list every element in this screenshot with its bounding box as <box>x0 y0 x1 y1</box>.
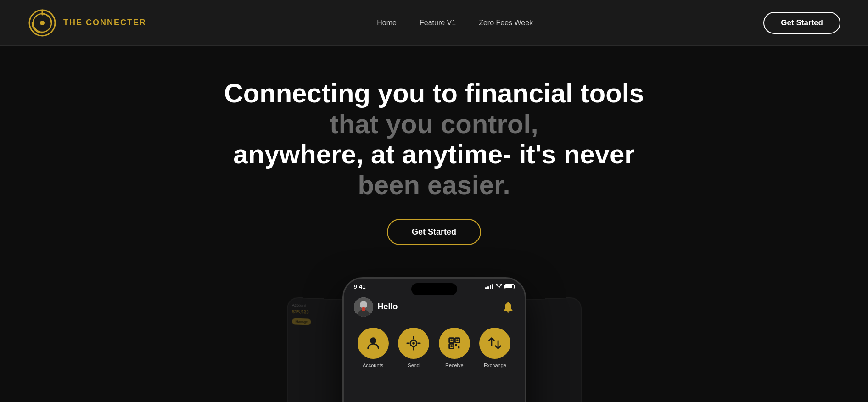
action-item-exchange: Exchange <box>479 328 510 368</box>
send-icon <box>406 335 421 351</box>
hero-headline: Connecting you to financial tools that y… <box>205 78 664 201</box>
svg-rect-18 <box>458 346 459 348</box>
headline-dim-2: been easier. <box>358 170 510 200</box>
hero-section: Connecting you to financial tools that y… <box>0 46 868 402</box>
accounts-label: Accounts <box>363 363 383 368</box>
action-item-send: Send <box>398 328 429 368</box>
svg-point-8 <box>370 338 375 343</box>
headline-bright-1: Connecting you to financial tools <box>224 78 644 108</box>
headline-bright-2: anywhere, at anytime- it's never <box>233 139 634 169</box>
receive-label: Receive <box>445 363 464 368</box>
svg-rect-7 <box>362 307 365 311</box>
wifi-icon <box>496 284 502 289</box>
receive-circle <box>439 328 470 359</box>
svg-rect-16 <box>450 345 452 347</box>
phones-container: Account $15,523 Manage 9:41 <box>0 273 868 402</box>
svg-point-2 <box>40 21 45 25</box>
signal-icon <box>485 284 493 289</box>
svg-rect-14 <box>450 339 452 341</box>
send-circle <box>398 328 429 359</box>
brand-name: THE CONNECTER <box>63 18 146 28</box>
greeting-text: Hello <box>378 302 398 312</box>
phone-content: Hello <box>344 293 525 375</box>
battery-icon <box>504 284 515 289</box>
svg-rect-15 <box>456 339 458 341</box>
accounts-circle <box>358 328 389 359</box>
nav-feature-v1[interactable]: Feature V1 <box>420 19 456 27</box>
exchange-circle <box>479 328 510 359</box>
phone-main: 9:41 <box>342 277 526 402</box>
bell-icon <box>502 301 515 313</box>
action-icons-row: Accounts Send <box>354 328 515 368</box>
nav-zero-fees-week[interactable]: Zero Fees Week <box>479 19 533 27</box>
hello-row: Hello <box>354 297 515 317</box>
action-item-receive: Receive <box>439 328 470 368</box>
svg-point-10 <box>412 342 415 345</box>
nav-home[interactable]: Home <box>377 19 397 27</box>
navbar: THE CONNECTER Home Feature V1 Zero Fees … <box>0 0 868 46</box>
exchange-label: Exchange <box>484 363 506 368</box>
logo-area: THE CONNECTER <box>28 8 146 38</box>
svg-point-5 <box>360 301 367 308</box>
svg-rect-17 <box>455 344 457 346</box>
exchange-icon <box>487 335 503 351</box>
receive-icon <box>447 335 462 351</box>
hello-left: Hello <box>354 297 398 317</box>
headline-dim-1: that you control, <box>330 109 538 139</box>
nav-get-started-button[interactable]: Get Started <box>763 12 840 34</box>
action-item-accounts: Accounts <box>358 328 389 368</box>
hero-get-started-button[interactable]: Get Started <box>387 219 481 245</box>
left-phone-manage-btn: Manage <box>292 318 311 325</box>
accounts-icon <box>365 335 381 351</box>
avatar <box>354 297 373 317</box>
logo-icon <box>28 8 57 38</box>
dynamic-island <box>411 283 457 295</box>
nav-links: Home Feature V1 Zero Fees Week <box>377 19 533 27</box>
avatar-image <box>354 297 373 317</box>
phone-time: 9:41 <box>354 283 366 290</box>
send-label: Send <box>408 363 420 368</box>
phone-status-icons <box>485 284 515 289</box>
